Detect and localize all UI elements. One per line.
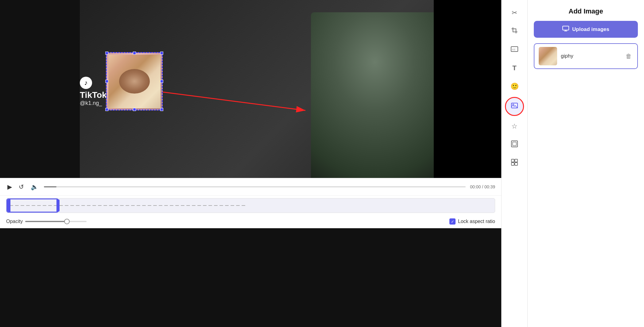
dash (208, 205, 212, 206)
svg-rect-9 (515, 159, 518, 162)
layout-icon (511, 159, 518, 167)
image-tool-button[interactable] (505, 97, 524, 116)
video-left-dark (0, 0, 80, 178)
timeline-left-handle[interactable] (7, 199, 10, 212)
opacity-thumb[interactable] (64, 219, 70, 224)
video-background: ♪ TikTok @k1.ng_ (0, 0, 501, 178)
star-tool-button[interactable]: ☆ (506, 118, 522, 134)
svg-text:CC: CC (512, 48, 516, 51)
emoji-icon: 🙂 (510, 83, 519, 90)
red-arrow (163, 89, 310, 113)
dash (87, 205, 91, 206)
dash (175, 205, 179, 206)
timeline-area (0, 196, 501, 217)
progress-bar[interactable] (44, 186, 466, 187)
dash (81, 205, 85, 206)
progress-fill (44, 186, 56, 187)
video-right-dark (434, 0, 501, 178)
svg-rect-7 (513, 142, 516, 146)
layout-tool-button[interactable] (506, 155, 522, 171)
opacity-slider[interactable] (25, 221, 87, 222)
dash (181, 205, 184, 206)
scissors-tool-button[interactable]: ✂ (506, 5, 522, 21)
emoji-tool-button[interactable]: 🙂 (506, 79, 522, 94)
tiktok-icon: ♪ (80, 77, 92, 89)
handle-left-mid[interactable] (105, 80, 108, 83)
timeline-right-handle[interactable] (56, 199, 60, 212)
svg-rect-12 (563, 26, 569, 30)
dash (242, 205, 245, 206)
opacity-label: Opacity (6, 219, 23, 224)
dash (98, 205, 102, 206)
lock-ratio-label: Lock aspect ratio (458, 219, 495, 224)
dash (76, 205, 80, 206)
handle-top-mid[interactable] (133, 52, 136, 55)
dash (114, 205, 118, 206)
dash (126, 205, 129, 206)
handle-top-left[interactable] (105, 52, 108, 55)
dash (142, 205, 146, 206)
crop-tool-button[interactable] (506, 23, 522, 39)
timeline-segment[interactable] (6, 198, 59, 213)
upload-images-button[interactable]: Upload images (534, 21, 638, 38)
timeline-track (6, 198, 495, 213)
handle-bottom-left[interactable] (105, 108, 108, 111)
svg-rect-6 (511, 141, 518, 147)
dash (219, 205, 223, 206)
text-tool-button[interactable]: T (506, 60, 522, 76)
captions-tool-button[interactable]: CC (506, 42, 522, 58)
handle-bottom-mid[interactable] (133, 108, 136, 111)
cat-image-overlay[interactable] (106, 52, 163, 110)
svg-rect-8 (511, 159, 514, 162)
dash (197, 205, 201, 206)
dash (159, 205, 162, 206)
cat-image-content (108, 55, 161, 108)
crop-icon (511, 27, 518, 36)
cc-icon: CC (511, 46, 518, 54)
dash (236, 205, 240, 206)
dash (225, 205, 229, 206)
dash (186, 205, 190, 206)
image-list-item: giphy 🗑 (534, 43, 638, 69)
handle-right-mid[interactable] (160, 80, 163, 83)
play-button[interactable]: ▶ (6, 182, 13, 192)
lock-ratio-checkbox[interactable]: ✓ (449, 218, 456, 225)
replay-button[interactable]: ↺ (17, 182, 25, 192)
image-thumbnail (539, 47, 557, 65)
dash (59, 205, 63, 206)
text-icon: T (512, 64, 516, 72)
video-container: ♪ TikTok @k1.ng_ (0, 0, 501, 327)
right-panel: Add Image Upload images giphy 🗑 (527, 0, 644, 327)
dash (70, 205, 74, 206)
playback-bar: ▶ ↺ 🔈 00:00 / 00:39 (0, 178, 501, 196)
star-icon: ☆ (511, 122, 518, 130)
dash (109, 205, 113, 206)
lock-ratio-row: ✓ Lock aspect ratio (449, 218, 495, 225)
bottom-row: Opacity ✓ Lock aspect ratio (0, 217, 501, 228)
scissors-icon: ✂ (512, 9, 517, 17)
dash (65, 205, 68, 206)
side-toolbar: ✂ CC T 🙂 (501, 0, 527, 327)
main-area: ♪ TikTok @k1.ng_ (0, 0, 644, 327)
svg-line-1 (163, 92, 305, 110)
delete-image-button[interactable]: 🗑 (624, 52, 633, 61)
time-display: 00:00 / 00:39 (470, 184, 495, 189)
image-icon (511, 102, 518, 111)
timeline-dashes (6, 198, 495, 213)
video-canvas: ♪ TikTok @k1.ng_ (0, 0, 501, 178)
svg-rect-10 (511, 163, 514, 165)
panel-title: Add Image (534, 7, 638, 15)
volume-button[interactable]: 🔈 (29, 182, 40, 192)
dash (148, 205, 151, 206)
handle-top-right[interactable] (160, 52, 163, 55)
dash (164, 205, 168, 206)
handle-bottom-right[interactable] (160, 108, 163, 111)
frame-tool-button[interactable] (506, 137, 522, 153)
image-thumb-inner (539, 47, 557, 65)
tiktok-watermark: ♪ TikTok @k1.ng_ (80, 77, 107, 106)
image-name: giphy (561, 53, 621, 59)
opacity-container: Opacity (6, 219, 87, 224)
svg-rect-11 (515, 163, 518, 165)
tiktok-brand: TikTok (80, 90, 107, 100)
dash (137, 205, 140, 206)
